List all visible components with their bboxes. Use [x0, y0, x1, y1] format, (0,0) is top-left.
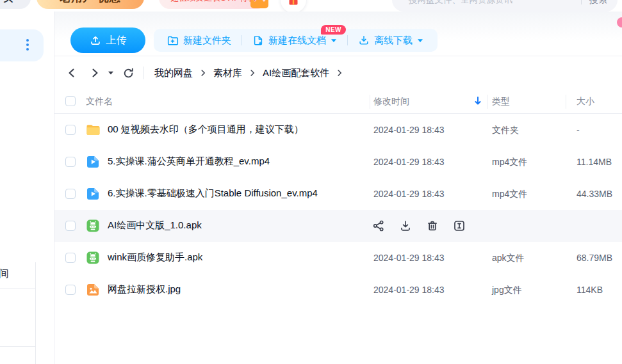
row-checkbox[interactable]	[65, 189, 76, 199]
apk-file-icon	[85, 218, 101, 233]
file-type: 文件夹	[492, 125, 519, 136]
row-checkbox[interactable]	[65, 253, 76, 263]
toolbar-bottom-divider	[54, 56, 622, 56]
column-header-name: 文件名	[86, 96, 113, 107]
breadcrumb-item-library[interactable]: 素材库	[213, 67, 242, 79]
breadcrumb: 我的网盘 素材库 AI绘画配套软件	[66, 62, 350, 84]
vip-crown-icon[interactable]	[249, 0, 270, 9]
column-divider	[566, 95, 566, 109]
file-size: 68.79MB	[577, 253, 612, 263]
file-type: mp4文件	[492, 189, 527, 200]
search-button[interactable]: 搜索	[589, 0, 607, 6]
sidebar-divider	[0, 346, 35, 347]
more-vertical-icon[interactable]	[26, 39, 29, 51]
content-left-border	[54, 12, 54, 364]
row-checkbox[interactable]	[65, 285, 76, 295]
download-icon[interactable]	[399, 219, 412, 232]
promo-svip-label: 超值续费延长SVIP特权	[170, 0, 256, 4]
new-badge: NEW	[321, 25, 346, 35]
sort-desc-icon[interactable]	[474, 97, 482, 108]
row-actions	[372, 219, 466, 232]
table-row-hovered[interactable]: AI绘画中文版_1.0.apk	[54, 210, 622, 242]
upload-label: 上传	[106, 34, 127, 47]
topbar: 头 老用户 优惠 超值续费延长SVIP特权 搜网盘文件、全网资源资讯 搜索	[0, 0, 622, 12]
new-folder-icon	[167, 35, 179, 47]
promo-old-user-button[interactable]: 老用户 优惠	[37, 0, 144, 9]
file-modified-time: 2024-01-29 18:43	[373, 189, 445, 199]
column-header-size: 大小	[577, 96, 594, 107]
chevron-down-icon	[417, 38, 423, 43]
file-name[interactable]: 5.实操课.蒲公英商单开通教程_ev.mp4	[108, 155, 270, 168]
breadcrumb-item-current[interactable]: AI绘画配套软件	[263, 67, 329, 79]
upload-button[interactable]: 上传	[70, 28, 145, 53]
file-type: mp4文件	[492, 157, 527, 168]
new-doc-icon	[252, 35, 264, 46]
select-all-checkbox[interactable]	[65, 96, 76, 106]
offline-download-label: 离线下载	[374, 35, 413, 47]
gift-icon[interactable]	[281, 0, 306, 12]
sidebar-divider	[0, 289, 35, 289]
back-button[interactable]	[66, 67, 78, 79]
video-file-icon	[85, 154, 101, 170]
table-row[interactable]: 00 短视频去水印（多个项目通用，建议下载） 2024-01-29 18:43 …	[54, 114, 622, 146]
column-header-time[interactable]: 修改时间	[373, 96, 409, 107]
image-file-icon	[85, 282, 101, 297]
file-name[interactable]: 00 短视频去水印（多个项目通用，建议下载）	[108, 123, 304, 136]
column-divider	[370, 95, 370, 109]
sidebar-vertical-divider	[35, 262, 36, 364]
toolbar-divider	[241, 35, 242, 45]
rename-icon[interactable]	[453, 219, 466, 232]
toolbar-divider	[347, 35, 348, 45]
apk-file-icon	[85, 250, 101, 265]
share-icon[interactable]	[372, 219, 385, 232]
table-row[interactable]: 网盘拉新授权.jpg 2024-01-29 18:43 jpg文件 114KB	[54, 274, 622, 306]
history-dropdown-icon[interactable]	[108, 71, 113, 75]
file-name[interactable]: wink画质修复助手.apk	[108, 251, 202, 264]
new-folder-button[interactable]: 新建文件夹	[167, 35, 231, 47]
promo-old-user-label: 老用户 优惠	[60, 0, 121, 5]
new-folder-label: 新建文件夹	[183, 35, 231, 47]
table-header: 文件名 修改时间 类型 大小	[54, 90, 622, 114]
offline-download-button[interactable]: 离线下载	[358, 35, 423, 47]
row-checkbox[interactable]	[65, 125, 76, 135]
breadcrumb-chevron-icon	[249, 69, 256, 77]
search-bar[interactable]: 搜网盘文件、全网资源资讯 搜索	[392, 0, 618, 12]
file-list: 00 短视频去水印（多个项目通用，建议下载） 2024-01-29 18:43 …	[54, 114, 622, 306]
table-row[interactable]: 5.实操课.蒲公英商单开通教程_ev.mp4 2024-01-29 18:43 …	[54, 146, 622, 178]
sidebar-active-item[interactable]	[0, 29, 44, 61]
breadcrumb-divider	[143, 67, 144, 79]
file-modified-time: 2024-01-29 18:43	[373, 285, 445, 295]
table-row[interactable]: 6.实操课.零基础极速入门Stable Diffusion_ev.mp4 202…	[54, 178, 622, 210]
breadcrumb-chevron-icon	[336, 69, 343, 77]
offline-download-icon	[358, 35, 370, 46]
search-divider	[581, 0, 582, 4]
sidebar-item-partial[interactable]: 空间	[0, 267, 9, 281]
row-checkbox[interactable]	[65, 157, 76, 167]
delete-icon[interactable]	[426, 219, 439, 232]
row-checkbox[interactable]	[65, 221, 76, 231]
user-pill-fragment[interactable]: 头	[0, 0, 31, 9]
new-doc-button[interactable]: 新建在线文档 NEW	[252, 35, 337, 47]
upload-icon	[90, 35, 101, 46]
file-name[interactable]: 网盘拉新授权.jpg	[108, 283, 181, 296]
main-content: 上传 新建文件夹 新建在线文档 NEW	[54, 12, 622, 364]
video-file-icon	[85, 186, 101, 202]
file-name[interactable]: AI绘画中文版_1.0.apk	[108, 219, 202, 232]
file-modified-time: 2024-01-29 18:43	[373, 253, 445, 263]
file-modified-time: 2024-01-29 18:43	[373, 125, 445, 135]
file-name[interactable]: 6.实操课.零基础极速入门Stable Diffusion_ev.mp4	[108, 187, 318, 200]
folder-icon	[85, 122, 101, 138]
refresh-button[interactable]	[122, 67, 135, 79]
breadcrumb-item-root[interactable]: 我的网盘	[154, 67, 193, 79]
column-divider	[487, 95, 488, 109]
chevron-down-icon	[331, 38, 337, 43]
forward-button[interactable]	[89, 67, 101, 79]
file-modified-time: 2024-01-29 18:43	[373, 157, 445, 167]
file-type: apk文件	[492, 253, 525, 264]
table-row[interactable]: wink画质修复助手.apk 2024-01-29 18:43 apk文件 68…	[54, 242, 622, 274]
file-type: jpg文件	[492, 285, 522, 296]
column-header-type: 类型	[492, 96, 510, 107]
search-input[interactable]: 搜网盘文件、全网资源资讯	[402, 0, 573, 6]
new-doc-label: 新建在线文档	[268, 35, 326, 47]
file-size: -	[577, 125, 580, 135]
